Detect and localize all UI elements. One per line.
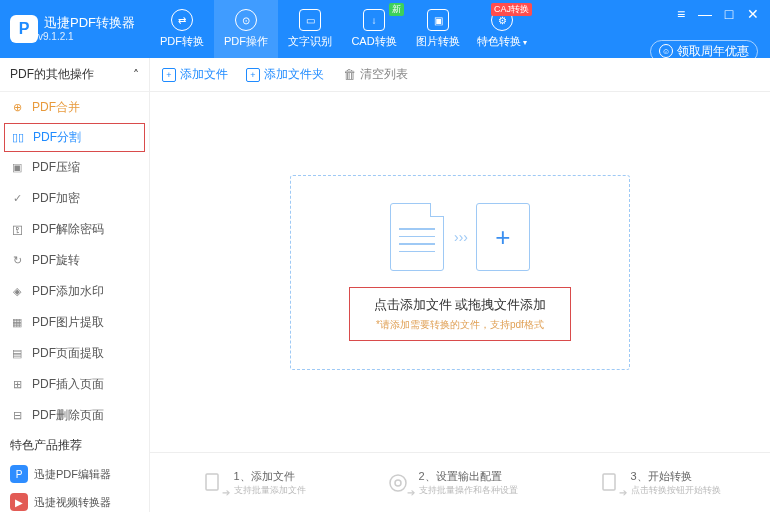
sidebar-item-6[interactable]: ◈PDF添加水印 xyxy=(0,276,149,307)
tab-label: PDF转换 xyxy=(160,34,204,49)
drop-subtitle: *请添加需要转换的文件，支持pdf格式 xyxy=(374,318,547,332)
header-tab-2[interactable]: ▭文字识别 xyxy=(278,0,342,58)
sidebar-item-icon: ⊞ xyxy=(10,378,24,392)
document-icon xyxy=(390,203,444,271)
sidebar-item-label: PDF合并 xyxy=(32,99,80,116)
tab-icon: ▭ xyxy=(299,9,321,31)
step-sub: 支持批量添加文件 xyxy=(234,484,306,497)
clear-list-button[interactable]: 🗑 清空列表 xyxy=(342,66,408,83)
drop-box: › › › + 点击添加文件 或拖拽文件添加 *请添加需要转换的文件，支持pdf… xyxy=(290,175,630,370)
app-name: 迅捷PDF转换器 xyxy=(44,16,135,30)
drop-illustration: › › › + xyxy=(390,203,530,271)
header-tab-3[interactable]: ↓CAD转换新 xyxy=(342,0,406,58)
sidebar-item-label: PDF分割 xyxy=(33,129,81,146)
sidebar-item-icon: ✓ xyxy=(10,192,24,206)
add-target-icon: + xyxy=(476,203,530,271)
trash-icon: 🗑 xyxy=(342,68,356,82)
sidebar-item-label: PDF删除页面 xyxy=(32,407,104,424)
tab-label: CAD转换 xyxy=(351,34,396,49)
sidebar-item-icon: ▣ xyxy=(10,161,24,175)
sidebar-item-icon: ↻ xyxy=(10,254,24,268)
rec-item-0[interactable]: P迅捷PDF编辑器 xyxy=(0,460,149,488)
tab-icon: ⊙ xyxy=(235,9,257,31)
sidebar-item-label: PDF图片提取 xyxy=(32,314,104,331)
sidebar-item-3[interactable]: ✓PDF加密 xyxy=(0,183,149,214)
sidebar-section-header[interactable]: PDF的其他操作 ˄ xyxy=(0,58,149,92)
promo-button[interactable]: ☺ 领取周年优惠 xyxy=(650,40,758,63)
svg-point-2 xyxy=(395,480,401,486)
sidebar-item-9[interactable]: ⊞PDF插入页面 xyxy=(0,369,149,400)
header-tab-0[interactable]: ⇄PDF转换 xyxy=(150,0,214,58)
menu-icon[interactable]: ≡ xyxy=(674,6,688,22)
header-tab-1[interactable]: ⊙PDF操作 xyxy=(214,0,278,58)
add-file-label: 添加文件 xyxy=(180,66,228,83)
sidebar-item-7[interactable]: ▦PDF图片提取 xyxy=(0,307,149,338)
user-icon: ☺ xyxy=(659,44,673,58)
rec-label: 迅捷视频转换器 xyxy=(34,495,111,510)
svg-rect-3 xyxy=(603,474,615,490)
sidebar-item-1[interactable]: ▯▯PDF分割 xyxy=(4,123,145,152)
sidebar-item-icon: ▤ xyxy=(10,347,24,361)
sidebar-item-icon: ◈ xyxy=(10,285,24,299)
step-title: 1、添加文件 xyxy=(234,469,306,484)
sidebar-list: ⊕PDF合并▯▯PDF分割▣PDF压缩✓PDF加密⚿PDF解除密码↻PDF旋转◈… xyxy=(0,92,149,431)
add-folder-label: 添加文件夹 xyxy=(264,66,324,83)
promo-label: 领取周年优惠 xyxy=(677,43,749,60)
tab-label: 图片转换 xyxy=(416,34,460,49)
step-2: ➔2、设置输出配置支持批量操作和各种设置 xyxy=(385,469,518,497)
header-tab-5[interactable]: ⚙特色转换▾CAJ转换 xyxy=(470,0,534,58)
step-title: 2、设置输出配置 xyxy=(419,469,518,484)
window-controls: ≡ — □ ✕ xyxy=(674,6,760,22)
rec-icon: ▶ xyxy=(10,493,28,511)
sidebar-item-label: PDF插入页面 xyxy=(32,376,104,393)
drop-text-box: 点击添加文件 或拖拽文件添加 *请添加需要转换的文件，支持pdf格式 xyxy=(349,287,572,341)
add-folder-icon: + xyxy=(246,68,260,82)
sidebar-item-2[interactable]: ▣PDF压缩 xyxy=(0,152,149,183)
sidebar-item-8[interactable]: ▤PDF页面提取 xyxy=(0,338,149,369)
tab-label: 特色转换▾ xyxy=(477,34,527,49)
step-sub: 点击转换按钮开始转换 xyxy=(631,484,721,497)
step-title: 3、开始转换 xyxy=(631,469,721,484)
add-file-button[interactable]: + 添加文件 xyxy=(162,66,228,83)
rec-label: 迅捷PDF编辑器 xyxy=(34,467,111,482)
sidebar-item-label: PDF解除密码 xyxy=(32,221,104,238)
sidebar-item-label: PDF页面提取 xyxy=(32,345,104,362)
rec-icon: P xyxy=(10,465,28,483)
step-sub: 支持批量操作和各种设置 xyxy=(419,484,518,497)
close-icon[interactable]: ✕ xyxy=(746,6,760,22)
steps-bar: ➔1、添加文件支持批量添加文件➔2、设置输出配置支持批量操作和各种设置➔3、开始… xyxy=(150,452,770,512)
minimize-icon[interactable]: — xyxy=(698,6,712,22)
sidebar-item-label: PDF加密 xyxy=(32,190,80,207)
sidebar-item-4[interactable]: ⚿PDF解除密码 xyxy=(0,214,149,245)
add-folder-button[interactable]: + 添加文件夹 xyxy=(246,66,324,83)
main-panel: + 添加文件 + 添加文件夹 🗑 清空列表 › › › + xyxy=(150,58,770,512)
sidebar-item-icon: ⊕ xyxy=(10,101,24,115)
app-logo-area: P 迅捷PDF转换器 v9.1.2.1 xyxy=(0,15,150,43)
maximize-icon[interactable]: □ xyxy=(722,6,736,22)
sidebar-rec-list: P迅捷PDF编辑器▶迅捷视频转换器P办公资源PPT模板 xyxy=(0,460,149,512)
sidebar-item-5[interactable]: ↻PDF旋转 xyxy=(0,245,149,276)
chevron-up-icon: ˄ xyxy=(133,68,139,82)
rec-item-1[interactable]: ▶迅捷视频转换器 xyxy=(0,488,149,512)
sidebar-item-icon: ⚿ xyxy=(10,223,24,237)
svg-point-1 xyxy=(390,475,406,491)
sidebar-item-label: PDF旋转 xyxy=(32,252,80,269)
svg-rect-0 xyxy=(206,474,218,490)
tab-icon: ▣ xyxy=(427,9,449,31)
drop-area[interactable]: › › › + 点击添加文件 或拖拽文件添加 *请添加需要转换的文件，支持pdf… xyxy=(150,92,770,452)
title-bar: P 迅捷PDF转换器 v9.1.2.1 ⇄PDF转换⊙PDF操作▭文字识别↓CA… xyxy=(0,0,770,58)
sidebar: PDF的其他操作 ˄ ⊕PDF合并▯▯PDF分割▣PDF压缩✓PDF加密⚿PDF… xyxy=(0,58,150,512)
sidebar-item-10[interactable]: ⊟PDF删除页面 xyxy=(0,400,149,431)
sidebar-item-0[interactable]: ⊕PDF合并 xyxy=(0,92,149,123)
header-tab-4[interactable]: ▣图片转换 xyxy=(406,0,470,58)
step-1: ➔1、添加文件支持批量添加文件 xyxy=(200,469,306,497)
sidebar-item-icon: ▯▯ xyxy=(11,131,25,145)
sidebar-item-icon: ▦ xyxy=(10,316,24,330)
sidebar-rec-title: 特色产品推荐 xyxy=(0,431,149,460)
tab-label: PDF操作 xyxy=(224,34,268,49)
app-version: v9.1.2.1 xyxy=(38,31,135,42)
tab-badge: CAJ转换 xyxy=(491,3,532,16)
tab-icon: ⇄ xyxy=(171,9,193,31)
clear-list-label: 清空列表 xyxy=(360,66,408,83)
tab-icon: ↓ xyxy=(363,9,385,31)
